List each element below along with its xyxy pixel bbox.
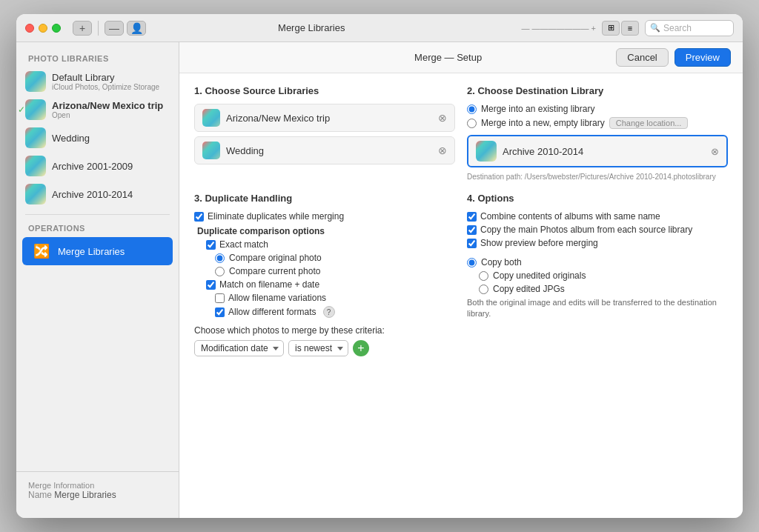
merge-libraries-text: Merge Libraries xyxy=(58,246,125,257)
allow-variations-item: Allow filename variations xyxy=(194,293,455,303)
source-lib-1-name: Arizona/New Mexico trip xyxy=(226,113,432,124)
options-section: 4. Options Combine contents of albums wi… xyxy=(467,193,728,356)
copy-both-radio[interactable] xyxy=(467,258,477,267)
preview-button[interactable]: Preview xyxy=(675,48,731,67)
compare-current-radio[interactable] xyxy=(215,267,225,276)
compare-original-item: Compare original photo xyxy=(194,253,455,263)
traffic-lights xyxy=(25,24,61,33)
source-section-title: 1. Choose Source Libraries xyxy=(194,85,455,96)
compare-current-label: Compare current photo xyxy=(229,266,320,276)
exact-match-item: Exact match xyxy=(194,239,455,250)
fullscreen-button[interactable] xyxy=(52,24,61,33)
sidebar-item-arizona-trip[interactable]: ✓ Arizona/New Mexico trip Open xyxy=(16,96,179,124)
content-area: Merge — Setup Cancel Preview 1. Choose S… xyxy=(179,42,743,518)
allow-formats-label: Allow different formats xyxy=(228,307,316,317)
wedding-text: Wedding xyxy=(52,133,90,144)
criteria-dropdown-2[interactable]: is newest xyxy=(288,340,348,356)
radio-new-input[interactable] xyxy=(467,119,477,128)
criteria-dropdown-1[interactable]: Modification date xyxy=(194,340,284,356)
copy-both-item: Copy both xyxy=(467,257,728,267)
match-filename-item: Match on filename + date xyxy=(194,279,455,290)
eliminate-duplicates-item: Eliminate duplicates while merging xyxy=(194,211,455,222)
combine-albums-checkbox[interactable] xyxy=(467,212,477,222)
radio-existing-input[interactable] xyxy=(467,104,477,114)
arizona-trip-name: Arizona/New Mexico trip xyxy=(52,100,163,111)
combine-albums-label: Combine contents of albums with same nam… xyxy=(480,211,660,222)
radio-new[interactable]: Merge into a new, empty library Change l… xyxy=(467,117,728,129)
setup-content: 1. Choose Source Libraries Arizona/New M… xyxy=(179,73,743,518)
source-lib-1-icon xyxy=(202,109,220,127)
show-preview-checkbox[interactable] xyxy=(467,239,477,248)
options-description: Both the original image and edits will b… xyxy=(467,297,728,320)
criteria-label: Choose which photos to merge by these cr… xyxy=(194,325,455,336)
sidebar: Photo Libraries Default Library iCloud P… xyxy=(16,42,179,518)
arizona-trip-sub: Open xyxy=(52,111,163,119)
compare-current-item: Compare current photo xyxy=(194,266,455,276)
photo-libraries-section-label: Photo Libraries xyxy=(16,51,179,67)
add-button[interactable]: + xyxy=(73,21,92,36)
arizona-trip-icon xyxy=(25,99,46,120)
default-library-icon xyxy=(25,71,46,92)
eliminate-duplicates-checkbox[interactable] xyxy=(194,212,204,222)
sidebar-item-archive-2001[interactable]: Archive 2001-2009 xyxy=(16,152,179,180)
duplicate-section: 3. Duplicate Handling Eliminate duplicat… xyxy=(194,193,455,356)
help-button[interactable]: ? xyxy=(323,306,335,318)
source-lib-2-icon xyxy=(202,142,220,159)
radio-existing[interactable]: Merge into an existing library xyxy=(467,104,728,114)
arizona-trip-text: Arizona/New Mexico trip Open xyxy=(52,100,163,119)
top-two-col: 1. Choose Source Libraries Arizona/New M… xyxy=(194,85,728,182)
grid-view-button[interactable]: ⊞ xyxy=(602,21,620,36)
archive-2001-name: Archive 2001-2009 xyxy=(52,161,133,172)
exact-match-checkbox[interactable] xyxy=(206,240,216,250)
wedding-name: Wedding xyxy=(52,133,90,144)
check-icon: ✓ xyxy=(18,104,25,115)
add-criteria-button[interactable]: + xyxy=(353,340,369,356)
sidebar-item-default-library[interactable]: Default Library iCloud Photos, Optimize … xyxy=(16,67,179,96)
search-placeholder: Search xyxy=(663,23,692,33)
modal-header: Merge — Setup Cancel Preview xyxy=(179,42,743,73)
sidebar-bottom: Merge Information Name Merge Libraries xyxy=(16,471,179,509)
search-icon: 🔍 xyxy=(650,23,660,33)
dest-section-title: 2. Choose Destination Library xyxy=(467,85,728,96)
source-library-row-1: Arizona/New Mexico trip ⊗ xyxy=(194,104,455,132)
archive-2001-icon xyxy=(25,156,46,176)
source-lib-2-remove[interactable]: ⊗ xyxy=(438,144,447,156)
dup-section-title: 3. Duplicate Handling xyxy=(194,193,455,204)
combine-albums-item: Combine contents of albums with same nam… xyxy=(467,211,728,222)
dest-lib-settings-icon[interactable]: ⊗ xyxy=(711,146,719,157)
source-library-row-2: Wedding ⊗ xyxy=(194,136,455,164)
toolbar-right: — ——————— + ⊞ ≡ 🔍 Search xyxy=(521,20,734,36)
minimize-button[interactable] xyxy=(39,24,47,33)
merge-info-label: Merge Information xyxy=(28,481,167,490)
default-library-text: Default Library iCloud Photos, Optimize … xyxy=(52,72,159,91)
close-button[interactable] xyxy=(25,24,34,33)
match-filename-checkbox[interactable] xyxy=(206,280,216,290)
source-lib-1-remove[interactable]: ⊗ xyxy=(438,112,447,124)
sidebar-item-archive-2010[interactable]: Archive 2010-2014 xyxy=(16,180,179,208)
allow-variations-checkbox[interactable] xyxy=(215,293,225,303)
comparison-options-label: Duplicate comparison options xyxy=(197,226,455,236)
source-lib-2-name: Wedding xyxy=(226,145,432,156)
operations-section-label: Operations xyxy=(16,221,179,237)
zoom-icon: — ——————— + xyxy=(521,24,596,33)
criteria-row: Modification date is newest + xyxy=(194,340,455,356)
change-location-button[interactable]: Change location... xyxy=(609,117,689,129)
copy-both-label: Copy both xyxy=(481,257,522,267)
list-view-button[interactable]: ≡ xyxy=(621,21,639,36)
copy-unedited-item: Copy unedited originals xyxy=(467,270,728,281)
view-buttons: ⊞ ≡ xyxy=(602,21,639,36)
sidebar-item-wedding[interactable]: Wedding xyxy=(16,124,179,152)
copy-unedited-radio[interactable] xyxy=(479,271,488,281)
archive-2010-name: Archive 2010-2014 xyxy=(52,189,133,200)
allow-formats-checkbox[interactable] xyxy=(215,307,225,317)
copy-main-checkbox[interactable] xyxy=(467,225,477,235)
copy-edited-item: Copy edited JPGs xyxy=(467,284,728,294)
search-bar[interactable]: 🔍 Search xyxy=(645,20,734,36)
compare-original-radio[interactable] xyxy=(215,253,225,263)
sidebar-item-merge-libraries[interactable]: 🔀 Merge Libraries xyxy=(22,237,173,265)
allow-formats-item: Allow different formats ? xyxy=(194,306,455,318)
cancel-button[interactable]: Cancel xyxy=(616,48,668,67)
copy-edited-label: Copy edited JPGs xyxy=(493,284,565,294)
copy-edited-radio[interactable] xyxy=(479,285,488,294)
default-library-sub: iCloud Photos, Optimize Storage xyxy=(52,83,159,91)
